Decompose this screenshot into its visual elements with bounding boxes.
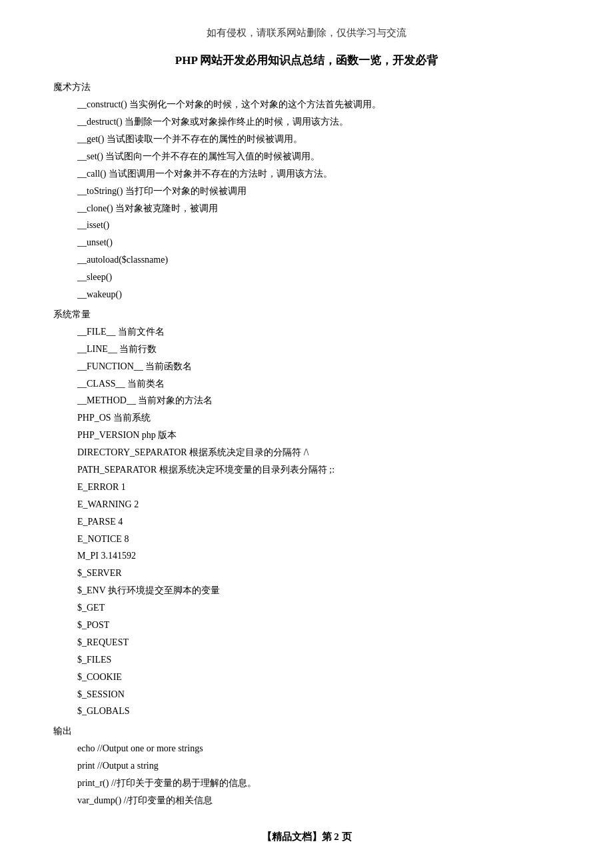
list-item: $_SESSION (77, 686, 560, 703)
list-item: __FILE__ 当前文件名 (77, 323, 560, 341)
list-item: $_GET (77, 599, 560, 617)
section: 系统常量__FILE__ 当前文件名__LINE__ 当前行数__FUNCTIO… (53, 309, 560, 720)
list-item: E_WARNING 2 (77, 496, 560, 513)
list-item: DIRECTORY_SEPARATOR 根据系统决定目录的分隔符 /\ (77, 444, 560, 461)
list-item: __CLASS__ 当前类名 (77, 375, 560, 393)
list-item: print //Output a string (77, 757, 560, 775)
list-item: $_COOKIE (77, 669, 560, 686)
list-item: __FUNCTION__ 当前函数名 (77, 358, 560, 375)
list-item: __isset() (77, 217, 560, 234)
list-item: __METHOD__ 当前对象的方法名 (77, 392, 560, 409)
main-title: PHP 网站开发必用知识点总结，函数一览，开发必背 (53, 51, 560, 69)
content-sections: 魔术方法__construct() 当实例化一个对象的时候，这个对象的这个方法首… (53, 81, 560, 809)
list-item: print_r() //打印关于变量的易于理解的信息。 (77, 775, 560, 792)
list-item: PHP_OS 当前系统 (77, 409, 560, 427)
list-item: echo //Output one or more strings (77, 740, 560, 757)
list-item: __set() 当试图向一个并不存在的属性写入值的时候被调用。 (77, 148, 560, 165)
list-item: __toString() 当打印一个对象的时候被调用 (77, 183, 560, 200)
list-item: __wakeup() (77, 286, 560, 303)
list-item: __get() 当试图读取一个并不存在的属性的时候被调用。 (77, 131, 560, 148)
list-item: __clone() 当对象被克隆时，被调用 (77, 200, 560, 217)
list-item: PATH_SEPARATOR 根据系统决定环境变量的目录列表分隔符 ;: (77, 461, 560, 479)
list-item: M_PI 3.141592 (77, 547, 560, 565)
watermark: 如有侵权，请联系网站删除，仅供学习与交流 (53, 27, 560, 39)
list-item: __construct() 当实例化一个对象的时候，这个对象的这个方法首先被调用… (77, 96, 560, 113)
list-item: __unset() (77, 234, 560, 251)
list-item: E_PARSE 4 (77, 513, 560, 531)
footer: 【精品文档】第 2 页 (53, 831, 560, 843)
list-item: __destruct() 当删除一个对象或对象操作终止的时候，调用该方法。 (77, 113, 560, 131)
section: 魔术方法__construct() 当实例化一个对象的时候，这个对象的这个方法首… (53, 81, 560, 303)
list-item: $_POST (77, 617, 560, 634)
list-item: E_NOTICE 8 (77, 531, 560, 548)
list-item: PHP_VERSION php 版本 (77, 427, 560, 444)
list-item: __sleep() (77, 269, 560, 286)
list-item: __call() 当试图调用一个对象并不存在的方法时，调用该方法。 (77, 165, 560, 183)
list-item: E_ERROR 1 (77, 479, 560, 496)
list-item: __LINE__ 当前行数 (77, 341, 560, 358)
section-title: 系统常量 (53, 309, 560, 321)
list-item: $_FILES (77, 651, 560, 669)
section-title: 魔术方法 (53, 81, 560, 93)
section: 输出echo //Output one or more stringsprint… (53, 725, 560, 809)
list-item: $_ENV 执行环境提交至脚本的变量 (77, 582, 560, 599)
section-title: 输出 (53, 725, 560, 737)
list-item: $_REQUEST (77, 634, 560, 651)
list-item: __autoload($classname) (77, 251, 560, 269)
list-item: $_GLOBALS (77, 703, 560, 720)
list-item: var_dump() //打印变量的相关信息 (77, 792, 560, 809)
list-item: $_SERVER (77, 565, 560, 582)
